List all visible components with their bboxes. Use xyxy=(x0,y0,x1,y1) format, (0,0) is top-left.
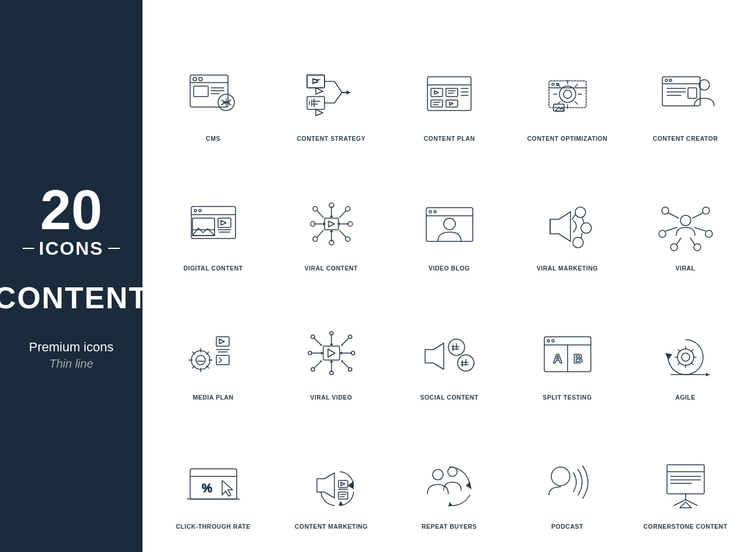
viral-video-icon xyxy=(297,325,366,389)
svg-line-98 xyxy=(340,230,346,237)
svg-line-231 xyxy=(686,500,697,505)
split-testing-icon: A B xyxy=(533,325,602,389)
svg-line-128 xyxy=(693,213,703,218)
svg-point-220 xyxy=(448,467,457,476)
svg-marker-86 xyxy=(329,221,334,227)
svg-rect-65 xyxy=(662,77,700,106)
svg-rect-143 xyxy=(216,337,229,346)
icon-cell-social-content: SOCIAL CONTENT xyxy=(390,276,508,405)
repeat-buyers-label: REPEAT BUYERS xyxy=(422,523,477,530)
cms-label: CMS xyxy=(206,135,220,142)
svg-rect-29 xyxy=(307,75,324,88)
cornerstone-content-label: CORNERSTONE CONTENT xyxy=(643,523,728,530)
svg-rect-150 xyxy=(323,346,340,360)
svg-rect-13 xyxy=(307,75,324,88)
digital-content-icon xyxy=(179,196,248,260)
svg-line-56 xyxy=(575,102,577,104)
icon-cell-repeat-buyers: REPEAT BUYERS xyxy=(390,405,508,535)
viral-icon xyxy=(651,196,721,260)
icon-cell-viral-video: VIRAL VIDEO xyxy=(272,276,390,405)
icon-cell-podcast: PODCAST xyxy=(508,405,626,535)
number-label: 20 xyxy=(40,182,102,238)
svg-rect-41 xyxy=(431,100,443,107)
viral-content-icon xyxy=(297,196,366,260)
click-through-rate-label: CLICK-THROUGH RATE xyxy=(176,523,250,530)
svg-point-68 xyxy=(669,79,672,81)
svg-point-3 xyxy=(199,77,202,81)
svg-marker-84 xyxy=(192,228,215,236)
svg-point-121 xyxy=(662,207,669,214)
digital-content-label: DIGITAL CONTENT xyxy=(183,265,243,272)
icon-cell-content-marketing: CONTENT MARKETING xyxy=(272,405,390,535)
svg-point-219 xyxy=(433,469,443,480)
svg-point-189 xyxy=(552,340,554,342)
svg-point-195 xyxy=(682,353,690,361)
svg-rect-147 xyxy=(216,355,229,365)
svg-marker-210 xyxy=(222,480,233,496)
svg-point-106 xyxy=(345,237,350,241)
svg-rect-36 xyxy=(431,88,443,97)
svg-rect-78 xyxy=(218,218,231,227)
content-creator-icon xyxy=(651,66,721,130)
svg-rect-74 xyxy=(191,206,236,238)
svg-rect-206 xyxy=(190,469,237,499)
svg-point-61 xyxy=(552,83,554,86)
icon-cell-digital-content: DIGITAL CONTENT xyxy=(154,147,272,276)
svg-line-96 xyxy=(340,211,346,218)
svg-line-118 xyxy=(582,217,584,223)
viral-marketing-label: VIRAL MARKETING xyxy=(537,265,598,272)
content-label: CONTENT xyxy=(0,280,148,315)
svg-point-120 xyxy=(680,215,691,226)
content-marketing-label: CONTENT MARKETING xyxy=(295,523,368,530)
svg-marker-16 xyxy=(316,109,323,116)
svg-line-162 xyxy=(341,338,349,346)
viral-video-label: VIRAL VIDEO xyxy=(310,394,352,401)
svg-line-132 xyxy=(690,238,695,245)
icon-cell-split-testing: A B SPLIT TESTING xyxy=(508,276,626,405)
dash-left xyxy=(23,248,34,249)
content-optimization-label: CONTENT OPTIMIZATION xyxy=(527,135,607,142)
agile-icon xyxy=(651,325,721,389)
svg-rect-216 xyxy=(338,492,348,499)
click-through-rate-icon: % xyxy=(179,454,248,518)
svg-marker-79 xyxy=(221,220,226,225)
svg-rect-85 xyxy=(324,218,338,230)
svg-rect-72 xyxy=(688,88,697,98)
svg-point-172 xyxy=(311,335,315,339)
bracket-tr xyxy=(147,277,159,289)
cornerstone-content-icon xyxy=(651,454,721,518)
split-testing-label: SPLIT TESTING xyxy=(543,394,592,401)
svg-point-174 xyxy=(311,368,315,371)
svg-point-173 xyxy=(348,335,352,339)
icons-grid: CMS xyxy=(154,17,744,535)
cms-icon xyxy=(179,66,248,130)
icon-cell-content-creator: CONTENT CREATOR xyxy=(626,17,744,147)
svg-point-105 xyxy=(313,237,318,241)
icon-cell-viral: VIRAL xyxy=(626,147,744,276)
svg-line-131 xyxy=(676,238,681,245)
svg-text:B: B xyxy=(573,351,583,366)
svg-point-123 xyxy=(659,230,666,237)
svg-rect-224 xyxy=(667,465,704,494)
icon-cell-content-plan: CONTENT PLAN xyxy=(390,17,508,147)
svg-marker-148 xyxy=(219,358,222,362)
svg-rect-213 xyxy=(338,480,348,487)
svg-point-2 xyxy=(193,77,197,81)
svg-line-164 xyxy=(314,361,322,368)
svg-marker-14 xyxy=(316,88,323,94)
svg-line-230 xyxy=(674,500,686,505)
svg-marker-23 xyxy=(347,90,350,95)
svg-marker-211 xyxy=(348,481,354,489)
main-content: CMS xyxy=(142,0,756,552)
svg-line-117 xyxy=(572,215,575,219)
svg-point-111 xyxy=(444,218,455,230)
svg-line-200 xyxy=(678,350,680,351)
podcast-label: PODCAST xyxy=(551,523,583,530)
icon-cell-media-plan: MEDIA PLAN xyxy=(154,276,272,405)
svg-point-115 xyxy=(581,223,591,233)
svg-point-49 xyxy=(559,86,576,102)
svg-line-127 xyxy=(668,213,679,218)
svg-rect-4 xyxy=(194,86,208,97)
svg-line-95 xyxy=(317,211,323,218)
svg-rect-38 xyxy=(446,88,458,97)
